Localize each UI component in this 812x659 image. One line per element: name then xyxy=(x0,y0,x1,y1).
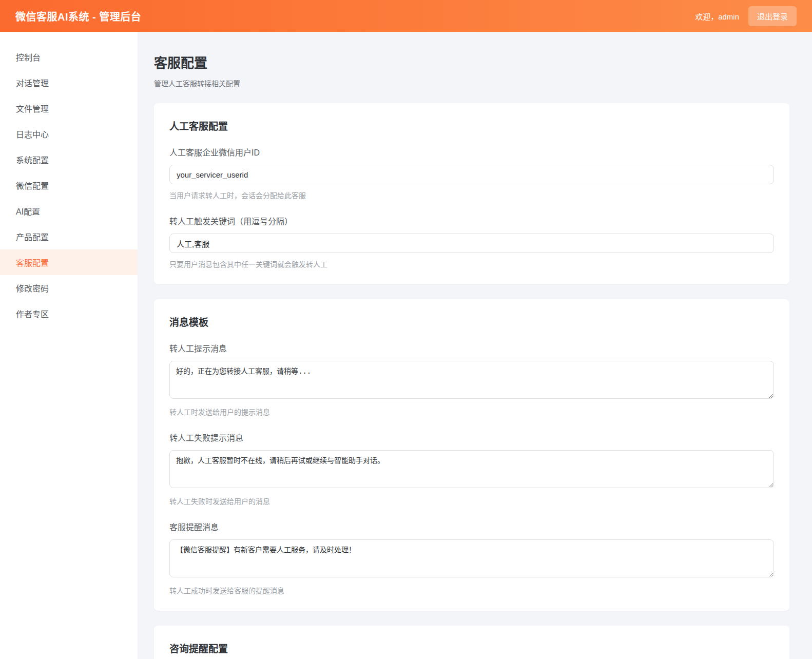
page-title: 客服配置 xyxy=(154,52,789,71)
servicer-card-title: 人工客服配置 xyxy=(169,119,774,132)
sidebar-item-system-config[interactable]: 系统配置 xyxy=(0,147,138,172)
service-remind-label: 客服提醒消息 xyxy=(169,520,774,533)
main-content: 客服配置 管理人工客服转接相关配置 人工客服配置 人工客服企业微信用户ID 当用… xyxy=(138,32,812,659)
transfer-keywords-field: 转人工触发关键词（用逗号分隔） 只要用户消息包含其中任一关键词就会触发转人工 xyxy=(169,215,774,269)
notify-card-title: 咨询提醒配置 xyxy=(169,641,774,655)
transfer-keywords-help: 只要用户消息包含其中任一关键词就会触发转人工 xyxy=(169,259,774,269)
templates-card-title: 消息模板 xyxy=(169,315,774,328)
sidebar-item-wechat-config[interactable]: 微信配置 xyxy=(0,172,138,198)
sidebar-item-ai-config[interactable]: AI配置 xyxy=(0,198,138,224)
transfer-fail-textarea[interactable]: 抱歉，人工客服暂时不在线，请稍后再试或继续与智能助手对话。 xyxy=(169,450,774,488)
sidebar-item-product-config[interactable]: 产品配置 xyxy=(0,224,138,249)
sidebar-item-conversations[interactable]: 对话管理 xyxy=(0,70,138,95)
transfer-keywords-input[interactable] xyxy=(169,234,774,253)
app-title: 微信客服AI系统 - 管理后台 xyxy=(15,9,141,24)
transfer-prompt-textarea[interactable]: 好的，正在为您转接人工客服，请稍等... xyxy=(169,361,774,399)
service-remind-textarea[interactable]: 【微信客服提醒】有新客户需要人工服务，请及时处理！ xyxy=(169,539,774,577)
service-remind-field: 客服提醒消息 【微信客服提醒】有新客户需要人工服务，请及时处理！ 转人工成功时发… xyxy=(169,520,774,595)
transfer-keywords-label: 转人工触发关键词（用逗号分隔） xyxy=(169,215,774,227)
welcome-text: 欢迎，admin xyxy=(695,11,739,22)
service-remind-help: 转人工成功时发送给客服的提醒消息 xyxy=(169,585,774,595)
sidebar-item-change-password[interactable]: 修改密码 xyxy=(0,275,138,301)
servicer-userid-field: 人工客服企业微信用户ID 当用户请求转人工时，会话会分配给此客服 xyxy=(169,146,774,200)
servicer-userid-input[interactable] xyxy=(169,165,774,184)
transfer-fail-help: 转人工失败时发送给用户的消息 xyxy=(169,496,774,506)
sidebar-item-logs[interactable]: 日志中心 xyxy=(0,121,138,147)
page-subtitle: 管理人工客服转接相关配置 xyxy=(154,78,789,88)
servicer-config-card: 人工客服配置 人工客服企业微信用户ID 当用户请求转人工时，会话会分配给此客服 … xyxy=(154,103,789,284)
sidebar-item-service-config[interactable]: 客服配置 xyxy=(0,249,138,275)
servicer-userid-label: 人工客服企业微信用户ID xyxy=(169,146,774,158)
top-bar-right: 欢迎，admin 退出登录 xyxy=(695,6,797,26)
transfer-prompt-field: 转人工提示消息 好的，正在为您转接人工客服，请稍等... 转人工时发送给用户的提… xyxy=(169,342,774,417)
transfer-prompt-label: 转人工提示消息 xyxy=(169,342,774,354)
transfer-fail-label: 转人工失败提示消息 xyxy=(169,431,774,443)
transfer-fail-field: 转人工失败提示消息 抱歉，人工客服暂时不在线，请稍后再试或继续与智能助手对话。 … xyxy=(169,431,774,506)
servicer-userid-help: 当用户请求转人工时，会话会分配给此客服 xyxy=(169,190,774,200)
sidebar-item-author-zone[interactable]: 作者专区 xyxy=(0,301,138,326)
logout-button[interactable]: 退出登录 xyxy=(748,6,797,26)
transfer-prompt-help: 转人工时发送给用户的提示消息 xyxy=(169,406,774,417)
sidebar: 控制台 对话管理 文件管理 日志中心 系统配置 微信配置 AI配置 产品配置 客… xyxy=(0,32,138,659)
sidebar-item-files[interactable]: 文件管理 xyxy=(0,95,138,121)
message-templates-card: 消息模板 转人工提示消息 好的，正在为您转接人工客服，请稍等... 转人工时发送… xyxy=(154,299,789,611)
top-bar: 微信客服AI系统 - 管理后台 欢迎，admin 退出登录 xyxy=(0,0,812,32)
sidebar-item-dashboard[interactable]: 控制台 xyxy=(0,44,138,70)
consult-notify-card: 咨询提醒配置 启用咨询提醒 当有用户咨询AI时，自动提醒人工客服 xyxy=(154,626,789,659)
